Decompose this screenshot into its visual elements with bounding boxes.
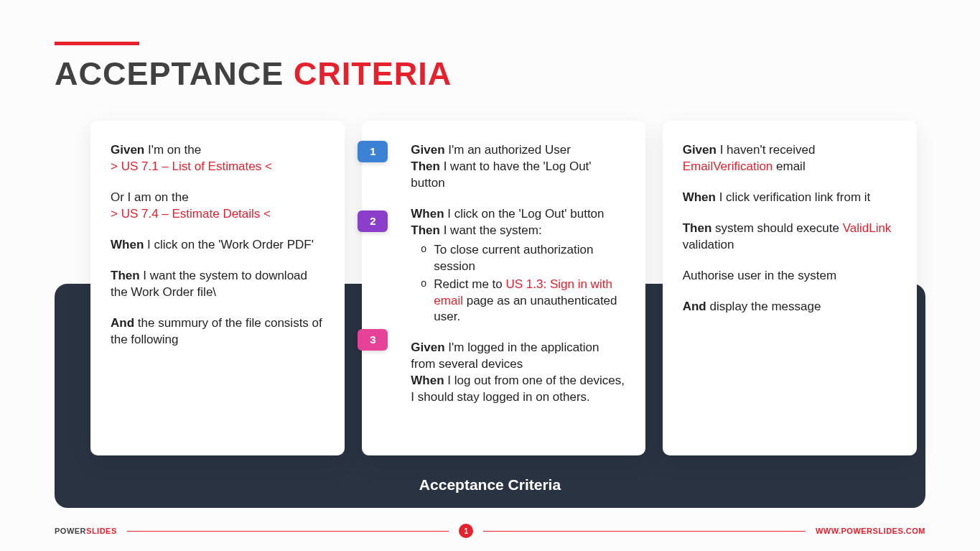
body-text: I click verification link from it <box>716 190 870 204</box>
text-block: When I click verification link from it <box>683 190 897 206</box>
footer-url: WWW.POWERSLIDES.COM <box>816 527 925 535</box>
cards-row: Given I'm on the > US 7.1 – List of Esti… <box>90 121 917 455</box>
body-text: To close current authorization session <box>434 243 593 273</box>
text-block: Given I haven't received EmailVerificati… <box>683 142 897 175</box>
text-block: When I click on the 'Log Out' button The… <box>411 206 625 326</box>
footer-divider <box>483 531 806 532</box>
step-badge-3: 3 <box>358 329 388 351</box>
footer-divider <box>127 531 449 532</box>
body-text: I want the system to download the Work O… <box>111 269 307 299</box>
list-item: To close current authorization session <box>421 242 625 275</box>
criteria-card-1: Given I'm on the > US 7.1 – List of Esti… <box>90 121 345 455</box>
page-number-badge: 1 <box>459 524 473 538</box>
step-badge-2: 2 <box>358 210 388 232</box>
text-block: Then system should execute ValidLink val… <box>683 221 897 254</box>
keyword-when: When <box>411 207 444 221</box>
body-text: email <box>773 159 805 173</box>
keyword-when: When <box>411 374 444 387</box>
text-block: Then I want the system to download the W… <box>111 268 325 301</box>
body-text: display the message <box>706 300 821 313</box>
body-text: Or I am on the <box>111 190 189 204</box>
keyword-then: Then <box>411 223 440 237</box>
page-title: ACCEPTANCE CRITERIA <box>55 55 925 93</box>
body-text: the summury of the file consists of the … <box>111 316 322 346</box>
body-text: I haven't received <box>717 143 815 157</box>
body-text: I'm an authorized User <box>445 143 571 157</box>
keyword-and: And <box>683 300 706 313</box>
title-word-2: CRITERIA <box>294 55 452 92</box>
text-block: Given I'm logged in the application from… <box>411 340 625 406</box>
body-text: I'm on the <box>144 143 201 157</box>
us-link: > US 7.1 – List of Estimates < <box>111 159 272 173</box>
keyword-then: Then <box>111 269 140 282</box>
bullet-list: To close current authorization session R… <box>411 242 625 326</box>
brand-part-1: POWER <box>55 527 86 535</box>
keyword-and: And <box>111 316 134 330</box>
slide: ACCEPTANCE CRITERIA Acceptance Criteria … <box>0 0 980 551</box>
keyword-when: When <box>683 190 716 204</box>
text-block: And display the message <box>683 299 897 315</box>
step-badge-1: 1 <box>358 141 388 162</box>
text-block: And the summury of the file consists of … <box>111 315 325 348</box>
body-text: I click on the 'Log Out' button <box>444 207 605 221</box>
inline-link: EmailVerification <box>683 159 773 173</box>
text-block: Or I am on the > US 7.4 – Estimate Detai… <box>111 190 325 223</box>
body-text: validation <box>683 238 734 251</box>
inline-link: ValidLink <box>843 221 892 235</box>
criteria-card-2: 1 2 3 Given I'm an authorized User Then … <box>362 121 645 455</box>
keyword-given: Given <box>411 143 444 157</box>
keyword-given: Given <box>111 143 144 157</box>
text-block: When I click on the 'Work Order PDF' <box>111 237 325 254</box>
text-block: Authorise user in the system <box>683 268 897 284</box>
body-text: system should execute <box>711 221 842 235</box>
keyword-given: Given <box>683 143 717 157</box>
brand-part-2: SLIDES <box>86 527 117 535</box>
text-block: Given I'm on the > US 7.1 – List of Esti… <box>111 142 325 175</box>
text-block: Given I'm an authorized User Then I want… <box>411 142 625 192</box>
body-text: I click on the 'Work Order PDF' <box>144 238 314 251</box>
title-word-1: ACCEPTANCE <box>55 55 284 92</box>
footer-brand: POWERSLIDES <box>55 527 117 535</box>
us-link: > US 7.4 – Estimate Details < <box>111 207 271 221</box>
criteria-card-3: Given I haven't received EmailVerificati… <box>663 121 917 455</box>
keyword-then: Then <box>683 221 712 235</box>
footer: POWERSLIDES 1 WWW.POWERSLIDES.COM <box>55 524 925 538</box>
dark-panel-label: Acceptance Criteria <box>55 476 925 494</box>
keyword-then: Then <box>411 159 440 173</box>
accent-bar <box>55 42 139 45</box>
body-text: I want the system: <box>440 223 542 237</box>
keyword-when: When <box>111 238 144 251</box>
body-text: Redict me to <box>434 277 505 291</box>
keyword-given: Given <box>411 341 444 354</box>
body-text: Authorise user in the system <box>683 269 836 282</box>
list-item: Redict me to US 1.3: Sign in with email … <box>421 277 625 326</box>
